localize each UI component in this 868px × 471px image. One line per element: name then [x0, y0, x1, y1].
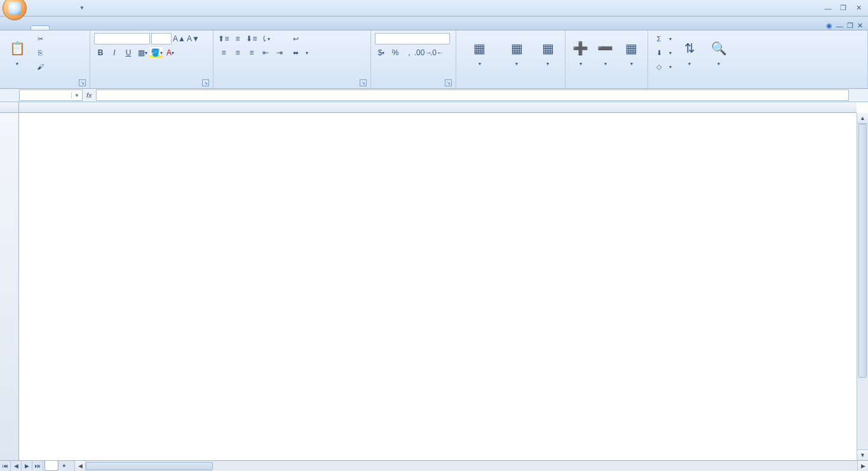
clipboard-launcher[interactable]: ↘ — [79, 79, 86, 86]
spreadsheet-grid[interactable]: ▲ ▼ — [0, 102, 868, 460]
title-bar: ▼ — ❐ ✕ — [0, 0, 868, 17]
format-painter-button[interactable]: 🖌 — [33, 60, 50, 74]
fill-color-button[interactable]: 🪣▾ — [150, 46, 163, 59]
hscroll-thumb[interactable] — [86, 462, 213, 470]
tab-insert[interactable] — [50, 26, 67, 30]
close-icon[interactable]: ✕ — [851, 3, 865, 13]
copy-button[interactable]: ⎘ — [33, 46, 50, 60]
horizontal-scrollbar[interactable]: ◀ ▶ — [74, 461, 868, 472]
font-size-select[interactable] — [151, 33, 172, 44]
clear-button[interactable]: ◇▾ — [652, 60, 674, 74]
alignment-launcher[interactable]: ↘ — [360, 79, 367, 86]
sheet-nav-next[interactable]: ▶ — [22, 461, 32, 472]
insert-sheet-icon[interactable]: ✦ — [58, 461, 69, 472]
doc-close-icon[interactable]: ✕ — [857, 22, 863, 30]
italic-button[interactable]: I — [108, 46, 121, 59]
align-center-icon[interactable]: ≡ — [231, 46, 244, 59]
tab-page-layout[interactable] — [67, 26, 85, 30]
quick-access-toolbar: ▼ — [34, 3, 88, 14]
tab-data[interactable] — [103, 26, 121, 30]
vscroll-thumb[interactable] — [858, 124, 867, 378]
number-launcher[interactable]: ↘ — [445, 79, 452, 86]
brush-icon: 🖌 — [35, 62, 45, 72]
conditional-formatting-button[interactable]: ▦▾ — [460, 32, 499, 74]
decrease-decimal-icon[interactable]: .0← — [431, 46, 444, 59]
format-cells-button[interactable]: ▦▾ — [619, 32, 644, 74]
align-left-icon[interactable]: ≡ — [217, 46, 230, 59]
redo-icon[interactable] — [62, 3, 74, 14]
autosum-button[interactable]: Σ▾ — [652, 32, 674, 46]
format-as-table-button[interactable]: ▦▾ — [502, 32, 532, 74]
align-bottom-icon[interactable]: ⬇≡ — [245, 32, 258, 45]
font-color-button[interactable]: A▾ — [164, 46, 177, 59]
copy-icon: ⎘ — [35, 48, 45, 58]
scroll-down-icon[interactable]: ▼ — [857, 449, 868, 460]
font-launcher[interactable]: ↘ — [202, 79, 209, 86]
find-select-button[interactable]: 🔍▾ — [705, 32, 732, 74]
scroll-up-icon[interactable]: ▲ — [857, 113, 868, 124]
sheet-nav-last[interactable]: ⏭ — [32, 461, 43, 472]
tab-view[interactable] — [139, 26, 156, 30]
tab-review[interactable] — [121, 26, 139, 30]
increase-indent-icon[interactable]: ⇥ — [273, 46, 286, 59]
delete-cells-button[interactable]: ➖▾ — [594, 32, 616, 74]
ribbon-minimize-icon[interactable]: — — [836, 22, 843, 30]
grow-font-icon[interactable]: A▲ — [173, 32, 186, 45]
minimize-icon[interactable]: — — [821, 3, 835, 13]
accounting-format-icon[interactable]: $▾ — [375, 46, 388, 59]
font-name-select[interactable] — [94, 33, 150, 44]
border-button[interactable]: ▦▾ — [136, 46, 149, 59]
scroll-right-icon[interactable]: ▶ — [857, 461, 868, 472]
wrap-text-button[interactable]: ↩ — [288, 32, 310, 46]
align-middle-icon[interactable]: ≡ — [231, 32, 244, 45]
cond-format-icon: ▦ — [470, 39, 490, 59]
insert-cells-button[interactable]: ➕▾ — [569, 32, 592, 74]
align-right-icon[interactable]: ≡ — [245, 46, 258, 59]
percent-format-icon[interactable]: % — [389, 46, 402, 59]
sort-filter-button[interactable]: ⇅▾ — [676, 32, 703, 74]
sheet-tab[interactable] — [44, 461, 58, 471]
undo-icon[interactable] — [48, 3, 60, 14]
group-label-styles — [460, 79, 561, 88]
scroll-left-icon[interactable]: ◀ — [75, 461, 86, 472]
paste-button[interactable]: 📋▾ — [4, 32, 31, 74]
vertical-scrollbar[interactable]: ▲ ▼ — [857, 113, 868, 460]
help-icon[interactable]: ◉ — [826, 22, 832, 30]
sort-icon: ⇅ — [679, 39, 700, 59]
styles-icon: ▦ — [538, 39, 558, 59]
sheet-nav-first[interactable]: ⏮ — [0, 461, 11, 472]
fill-icon: ⬇ — [654, 48, 664, 58]
number-format-select[interactable] — [375, 33, 450, 44]
ribbon-tabs: ◉ — ❐ ✕ — [0, 17, 868, 30]
eraser-icon: ◇ — [654, 62, 664, 72]
shrink-font-icon[interactable]: A▼ — [187, 32, 200, 45]
insert-icon: ➕ — [571, 39, 591, 59]
fx-icon[interactable]: fx — [86, 91, 92, 99]
name-box[interactable]: ▼ — [19, 90, 83, 101]
fill-button[interactable]: ⬇▾ — [652, 46, 674, 60]
merge-center-button[interactable]: ⬌▾ — [288, 46, 310, 60]
delete-icon: ➖ — [595, 39, 616, 59]
orientation-icon[interactable]: ⤹▾ — [259, 32, 272, 45]
save-icon[interactable] — [34, 3, 46, 14]
restore-icon[interactable]: ❐ — [836, 3, 850, 13]
format-icon: ▦ — [621, 39, 642, 59]
underline-button[interactable]: U — [122, 46, 135, 59]
doc-restore-icon[interactable]: ❐ — [847, 22, 853, 30]
qat-customize-icon[interactable]: ▼ — [76, 3, 88, 14]
formula-input[interactable] — [96, 90, 849, 101]
increase-decimal-icon[interactable]: .00→ — [417, 46, 430, 59]
group-label-editing — [652, 79, 864, 88]
decrease-indent-icon[interactable]: ⇤ — [259, 46, 272, 59]
tab-formulas[interactable] — [85, 26, 103, 30]
sheet-nav-prev[interactable]: ◀ — [11, 461, 22, 472]
align-top-icon[interactable]: ⬆≡ — [217, 32, 230, 45]
sheet-tab-bar: ⏮ ◀ ▶ ⏭ ✦ ◀ ▶ — [0, 460, 868, 471]
cut-icon: ✂ — [35, 34, 45, 44]
cell-styles-button[interactable]: ▦▾ — [534, 32, 561, 74]
cut-button[interactable]: ✂ — [33, 32, 50, 46]
select-all-button[interactable] — [0, 102, 19, 112]
tab-home[interactable] — [31, 25, 50, 30]
sigma-icon: Σ — [654, 34, 664, 44]
bold-button[interactable]: B — [94, 46, 107, 59]
